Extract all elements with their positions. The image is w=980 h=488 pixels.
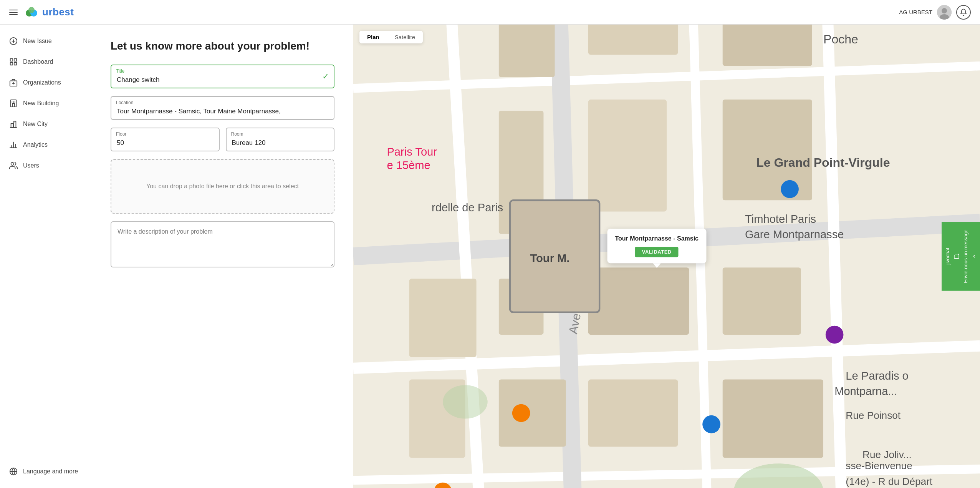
map-tab-plan[interactable]: Plan [359,31,387,43]
room-field-group: Room [226,128,335,151]
map-popup-badge: VALIDATED [635,247,679,257]
sidebar-label-organizations: Organizations [23,79,61,86]
analytics-icon [9,141,18,149]
svg-text:Le Paradis o: Le Paradis o [846,370,909,382]
svg-rect-11 [14,63,17,65]
sidebar-item-analytics[interactable]: Analytics [0,134,92,155]
svg-point-32 [11,163,14,165]
sidebar-item-new-issue[interactable]: New Issue [0,31,92,51]
svg-rect-51 [723,100,812,200]
globe-icon [9,467,18,476]
floor-room-row: Floor Room [111,128,334,159]
notification-bell-button[interactable] [956,5,971,20]
sidebar-item-language[interactable]: Language and more [0,461,92,482]
sidebar-label-new-building: New Building [23,100,59,107]
sidebar-label-dashboard: Dashboard [23,58,53,65]
location-input[interactable] [111,96,334,120]
svg-rect-9 [10,59,13,61]
title-input[interactable] [111,65,334,88]
sidebar-label-analytics: Analytics [23,141,48,148]
svg-rect-55 [723,267,801,335]
svg-point-66 [826,326,844,344]
svg-rect-54 [588,267,689,335]
sidebar-item-new-building[interactable]: New Building [0,93,92,114]
form-panel: Let us know more about your problem! Tit… [92,25,353,488]
sidebar-item-organizations[interactable]: Organizations [0,72,92,93]
sidebar-item-dashboard[interactable]: Dashboard [0,51,92,72]
svg-text:Montparna...: Montparna... [834,385,897,397]
location-field-group: Location [111,96,334,120]
building-icon [9,99,18,108]
svg-text:Rue Poinsot: Rue Poinsot [846,410,901,421]
form-heading: Let us know more about your problem! [111,40,334,52]
svg-rect-46 [499,25,555,77]
map-panel: Avenue du Maine RER M Le Grand Point-Vir… [353,25,980,488]
avatar [937,5,952,20]
floor-input[interactable] [111,128,220,151]
svg-point-2 [28,7,35,13]
main-layout: New Issue Dashboard Organizations [0,25,980,488]
header-left: urbest [9,5,74,20]
logo-text: urbest [42,6,74,18]
svg-text:Timhotel Paris: Timhotel Paris [745,213,816,225]
svg-point-61 [443,385,488,418]
header-right: AG URBEST [899,5,971,20]
user-name: AG URBEST [899,9,932,15]
title-field-group: Title ✓ [111,65,334,88]
svg-text:Poche: Poche [823,32,858,46]
app-header: urbest AG URBEST [0,0,980,25]
svg-point-64 [512,404,530,422]
svg-rect-50 [588,100,667,211]
sidebar-item-new-city[interactable]: New City [0,114,92,134]
svg-text:Tour M.: Tour M. [530,252,569,264]
svg-rect-24 [11,123,13,128]
plus-circle-icon [9,37,18,45]
svg-rect-58 [588,380,678,447]
svg-rect-47 [588,25,678,55]
svg-text:Le Grand Point-Virgule: Le Grand Point-Virgule [756,156,890,169]
content-area: Let us know more about your problem! Tit… [92,25,980,488]
svg-point-68 [702,415,720,433]
map-popup-title: Tour Montparnasse - Samsic [615,235,699,243]
map-tabs: Plan Satellite [359,31,423,43]
jivochat-label: jivochat [945,248,950,265]
svg-point-4 [942,8,947,13]
city-icon [9,120,18,128]
sidebar-label-new-city: New City [23,121,48,128]
chat-icon [954,253,960,259]
map-popup: Tour Montparnasse - Samsic VALIDATED [607,229,706,263]
organizations-icon [9,78,18,87]
sidebar-label-new-issue: New Issue [23,38,52,45]
users-icon [9,161,18,170]
logo-icon [24,5,39,20]
dashboard-icon [9,58,18,66]
jivochat-message: Envie-nous un message [963,229,968,283]
floor-field-group: Floor [111,128,220,151]
description-textarea[interactable] [111,221,334,267]
svg-text:Paris Tour: Paris Tour [387,146,437,158]
svg-text:(14e) - R du Départ: (14e) - R du Départ [846,476,933,487]
svg-text:Rue Joliv...: Rue Joliv... [862,449,912,460]
bell-icon [960,8,967,16]
room-input[interactable] [226,128,335,151]
sidebar-label-users: Users [23,162,39,169]
sidebar-item-users[interactable]: Users [0,155,92,176]
svg-rect-52 [409,279,477,357]
chevron-right-icon [972,254,977,259]
svg-text:rdelle de Paris: rdelle de Paris [432,201,503,214]
svg-text:e 15ème: e 15ème [387,159,430,171]
map-tab-satellite[interactable]: Satellite [387,31,423,43]
svg-rect-12 [10,63,13,65]
hamburger-button[interactable] [9,10,18,15]
jivochat-widget[interactable]: jivochat Envie-nous un message [942,222,980,290]
svg-point-65 [781,180,799,198]
sidebar: New Issue Dashboard Organizations [0,25,92,488]
drop-zone-text: You can drop a photo file here or click … [146,183,299,189]
logo: urbest [24,5,74,20]
sidebar-label-language: Language and more [23,468,78,475]
photo-drop-zone[interactable]: You can drop a photo file here or click … [111,159,334,214]
svg-text:sse-Bienvenue: sse-Bienvenue [846,460,912,471]
svg-text:Gare Montparnasse: Gare Montparnasse [745,228,844,241]
svg-rect-10 [14,59,17,61]
svg-rect-48 [723,25,812,66]
